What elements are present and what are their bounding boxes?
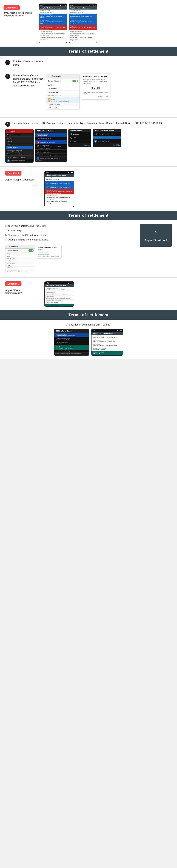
bt-toggle[interactable]	[72, 80, 78, 82]
repeat-solution-label: Repeat Solution 1	[145, 239, 167, 242]
ais-row-manufacturer-2: Adapter Manufacturer The Manufacturer of…	[69, 31, 97, 35]
q3-adapter-screen: Adapter Status Information Adapter Manuf…	[45, 284, 74, 306]
bt-paired-device[interactable]: 小米 9 (Auto)	[46, 106, 79, 110]
terms3-auto-bt[interactable]: Auto Bluetooth On/Off Only if BT was alr…	[54, 341, 89, 345]
bt-screen-title: Bluetooth	[51, 75, 60, 77]
torque-badge-1-label: Adapter Settings selected	[10, 160, 25, 161]
pairing-ok-btn[interactable]: OK	[106, 95, 108, 97]
conn-usb-option[interactable]: USB	[69, 140, 91, 144]
obd2-choose-bt[interactable]: Choose Bluetooth Device	[35, 137, 67, 140]
conn-bt-label: Bluetooth	[73, 133, 79, 135]
q2-status-bar: 9:41▲▼●■	[45, 171, 74, 174]
step2-screenshots: ← Bluetooth Turn on Bluetooth Visibility…	[46, 73, 110, 110]
torque-menu-pids[interactable]: Manage extra PIDs/Sensors	[6, 156, 33, 159]
btdev-obdii[interactable]: OBDII [AA:BB:CC:11:22:33]	[93, 136, 121, 139]
torque-menu-dash[interactable]: Dash installation settings	[6, 152, 33, 156]
ais-row-conn-ecu: Connection to ECU Can the adapter talk t…	[39, 19, 67, 25]
terms3-badge-1: 1	[56, 346, 58, 349]
bt-visibility-row[interactable]: Visibility	[46, 83, 79, 87]
conn-usb-label: USB	[73, 141, 76, 143]
terms2-item-1: 1. open your bluetooth,unpair the OBDII.	[5, 224, 136, 228]
ais-row-version: Adapter Version The firmware version of …	[39, 35, 67, 39]
adapter-status-screen-2: Adapter Status Information Bluetooth Ena…	[69, 6, 97, 43]
pairing-allow-text: Allow OBD2 to access your contacts and c…	[83, 92, 108, 94]
terms3-faster-row[interactable]: 1 Faster confirmations Only if BT was al…	[54, 345, 89, 350]
torque-menu-themes[interactable]: Themes	[6, 136, 33, 140]
terms3-conn-label: Connection settings	[56, 334, 87, 335]
conn-wifi-option[interactable]: WiFi	[69, 136, 91, 140]
obd2-connection-type[interactable]: Connection settings Connection type	[35, 133, 67, 137]
terms3-bt-label: Choose Bluetooth Device	[56, 338, 87, 339]
question3-section: Question 3 Appear "Faster Communication"…	[0, 278, 177, 310]
terms3-ais-content: Adapter Status Information Adapter Manuf…	[92, 332, 123, 355]
step3-text: Open your Torque---setting---OBD2 Adapte…	[12, 121, 163, 125]
obd2-connection-type-label: Connection settings	[37, 133, 65, 135]
bt-device-list-screen: Choose Bluetooth Device 小米 9 (Auto) [34:…	[93, 129, 121, 147]
torque-top-bar: ☰ Torque	[6, 129, 33, 133]
btdev-cancel-btn[interactable]: CANCEL	[113, 144, 120, 146]
adapter-status-screen-1: Adapter Status Information Bluetooth Ena…	[39, 6, 67, 43]
terms3-ais-manufacturer: Adapter Manufacturer The Manufacturer of…	[92, 335, 123, 339]
conn-cancel-btn[interactable]: CANCEL	[83, 144, 90, 146]
ais-row-manufacturer: Adapter Manufacturer The Manufacturer of…	[39, 31, 67, 35]
repeat-solution-box: ↑ Repeat Solution 1	[140, 224, 172, 247]
pairing-dialog-text: PIN contains letters or symbols. You may…	[83, 79, 108, 85]
obd2-auto-connect[interactable]: Auto Bluetooth On/Off This turns on Blue…	[35, 144, 67, 150]
btdev-badge: 6	[94, 140, 97, 143]
obd2-badge-7: 7	[36, 157, 39, 160]
obd2-ecu-pref[interactable]: Send ECU to use as adapter preference	[35, 154, 67, 156]
repeat-arrow-icon: ↑	[154, 229, 158, 237]
torque-menu-data[interactable]: Data Logging & Upload	[6, 149, 33, 152]
step1-number: 1	[5, 60, 10, 65]
pairing-cancel-btn[interactable]: CANCEL	[97, 95, 104, 97]
question2-phone: 9:41▲▼●■ Adapter Status Information Blue…	[44, 171, 74, 207]
q3-ais-header: Adapter Status Information	[45, 284, 74, 287]
obd2-choose-bt-label: Choose Bluetooth Device	[37, 138, 65, 139]
torque-sidebar-menu: General Preferences Themes Plugins Links…	[6, 133, 33, 159]
step3-screenshots: ☰ Torque General Preferences Themes Plug…	[5, 129, 172, 163]
top-section: Question 1 If you meet the problem like …	[0, 0, 177, 46]
ais-row-conn-ecu-2: Connection to ECU Can the adapter talk t…	[69, 19, 97, 25]
terms2-paired-dialog: Paired Bluetooth device Unpair Internet …	[37, 245, 61, 259]
torque-menu-adapter[interactable]: Adapter Settings	[6, 146, 33, 149]
terms3-ais-version: Adapter Version The firmware version of …	[92, 339, 123, 343]
q2-manufacturer-row: Adapter Manufacturer The Manufacturer of…	[45, 195, 74, 199]
conn-type-title: Connection type	[69, 129, 91, 132]
terms3-obd-title: OBD2 Adapter Settings	[54, 329, 89, 333]
btdev-cancel-row: CANCEL	[93, 143, 121, 147]
step2-text: Open the "setting" of your android,and s…	[13, 73, 43, 87]
terms3-ecu-label: Send ECU to use as adapter preference	[56, 350, 87, 351]
terms3-auto-label: Auto Bluetooth On/Off	[56, 342, 87, 343]
bt-device-name-row[interactable]: Device name	[46, 87, 79, 91]
terms3-conn-setting[interactable]: Connection settings Connection type auto…	[54, 333, 89, 337]
terms2-list: 1. open your bluetooth,unpair the OBDII.…	[5, 224, 136, 242]
q3-status-bar: 9:41▲▼●■	[45, 282, 74, 284]
bt-received-files-row[interactable]: Received files	[46, 91, 79, 94]
terms3-ais-header: Adapter Status Information	[92, 332, 123, 335]
torque-menu-plugins[interactable]: Plugins	[6, 140, 33, 143]
bt-turn-on-row[interactable]: Turn on Bluetooth	[46, 79, 79, 83]
bt-device-obd2[interactable]: 📶 OBD2 Can't find the device? Get help p…	[46, 97, 79, 103]
q3-notes-row: Adapter Notes Additional info about the …	[45, 296, 74, 300]
q2-conn-ecu-row: Connection to ECU Can the adapter talk t…	[45, 185, 74, 189]
terms3-ais-faster: Faster communication ✓ Enabled	[92, 351, 123, 355]
torque-menu-general[interactable]: General Preferences	[6, 133, 33, 136]
terms1-section: 1 Exit the software, and enter it again	[0, 56, 177, 73]
q2-bt-row: Bluetooth Enabled Bluetooth is Enabled	[45, 177, 74, 181]
terms3-ais-mpg: Enhanced MPG Calculation From OBD2 adapt…	[92, 347, 123, 351]
terms3-ecu-row[interactable]: Send ECU to use as adapter preference	[54, 350, 89, 352]
terms3-choose-bt[interactable]: Choose Bluetooth Device Elias BT was alr…	[54, 337, 89, 341]
q2-ais-header: Adapter Status Information	[45, 174, 74, 177]
terms3-obd-screen: OBD2 Adapter Settings Connection setting…	[54, 329, 90, 356]
bt-devices-label: DEVICES NEARBY	[46, 94, 79, 97]
terms3-screenshots: OBD2 Adapter Settings Connection setting…	[5, 329, 172, 356]
conn-bt-option[interactable]: Bluetooth	[69, 132, 91, 136]
q2-notes-row: Adapter Notes	[45, 203, 74, 207]
obd2-faster[interactable]: Faster communications Only if BT was alr…	[35, 150, 67, 154]
btdev-mi9[interactable]: 小米 9 (Auto) [34:00:83:04:5E:58]	[93, 132, 121, 136]
conn-wifi-label: WiFi	[73, 137, 76, 139]
ais-row-bt-2: Bluetooth Enabled Bluetooth is Enabled	[69, 9, 97, 13]
step2-row: 2 Open the "setting" of your android,and…	[5, 73, 172, 110]
torque-menu-links[interactable]: Links	[6, 143, 33, 146]
bt-visibility-label: Visibility	[48, 84, 54, 86]
